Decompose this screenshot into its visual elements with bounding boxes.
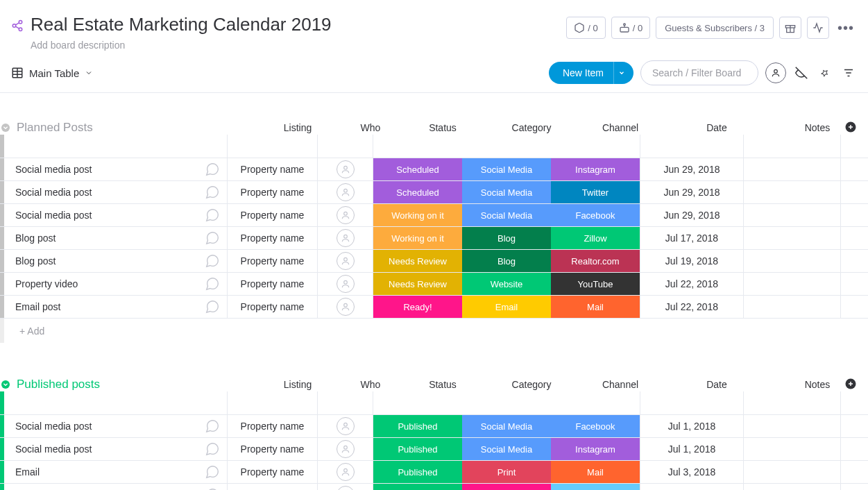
cell-date[interactable]: Jul 1, 2018 (640, 415, 744, 437)
cell-name[interactable]: Social media post (4, 484, 228, 490)
cell-channel[interactable]: Facebook (551, 204, 640, 226)
cell-notes empty[interactable] (744, 391, 841, 414)
cell-who empty[interactable] (318, 135, 373, 158)
board-description[interactable]: Add board description (31, 40, 332, 51)
cell-date[interactable]: Jun 29, 2018 (640, 204, 744, 226)
collapse-icon[interactable] (0, 122, 11, 135)
cell-name empty[interactable] (4, 135, 228, 158)
col-category[interactable]: Category (487, 379, 576, 390)
cell-listing[interactable]: Property name (228, 227, 318, 249)
cell-status[interactable]: Scheduled (373, 158, 462, 180)
cell-listing[interactable]: Property name (228, 484, 318, 490)
cell-channel[interactable]: Zillow (551, 484, 640, 490)
cell-status[interactable]: Published (373, 461, 462, 483)
col-channel[interactable]: Channel (576, 379, 665, 390)
cell-who[interactable] (318, 484, 373, 490)
chat-icon[interactable] (205, 208, 220, 225)
cell-name[interactable]: Social media post (4, 158, 228, 180)
cell-name[interactable]: Social media post (4, 415, 228, 437)
more-icon[interactable]: ••• (835, 17, 857, 39)
chat-icon[interactable] (205, 185, 220, 202)
cell-status[interactable]: Ready! (373, 296, 462, 318)
col-status[interactable]: Status (398, 379, 487, 390)
new-item-button[interactable]: New Item (549, 62, 633, 84)
cell-date[interactable]: Jun 29, 2018 (640, 158, 744, 180)
cell-channel[interactable]: Instagram (551, 438, 640, 460)
cell-status[interactable]: Published (373, 484, 462, 490)
share-icon[interactable] (11, 19, 24, 34)
chat-icon[interactable] (205, 299, 220, 316)
cell-category[interactable]: Social Media (462, 204, 551, 226)
cell-channel empty[interactable] (551, 135, 640, 158)
cell-category[interactable]: Social Media (462, 158, 551, 180)
cell-status[interactable]: Published (373, 438, 462, 460)
cell-listing[interactable]: Property name (228, 296, 318, 318)
cell-listing[interactable]: Property name (228, 158, 318, 180)
integrations-btn[interactable]: / 0 (566, 17, 605, 39)
cell-category empty[interactable] (462, 391, 551, 414)
col-listing[interactable]: Listing (253, 122, 343, 133)
eye-off-icon[interactable] (793, 65, 810, 81)
cell-date[interactable]: Jul 3, 2018 (640, 461, 744, 483)
cell-date[interactable]: Jul 17, 2018 (640, 227, 744, 249)
cell-date empty[interactable] (640, 135, 744, 158)
col-status[interactable]: Status (398, 122, 487, 133)
cell-category[interactable]: Blog (462, 250, 551, 272)
cell-notes[interactable] (744, 484, 841, 490)
activity-icon[interactable] (807, 17, 829, 39)
board-title[interactable]: Real Estate Marketing Calendar 2019 (31, 14, 332, 35)
cell-status empty[interactable] (373, 391, 462, 414)
cell-channel empty[interactable] (551, 391, 640, 414)
collapse-icon[interactable] (0, 379, 11, 392)
add-column-icon[interactable] (844, 121, 857, 135)
cell-notes[interactable] (744, 438, 841, 460)
cell-notes[interactable] (744, 204, 841, 226)
automations-btn[interactable]: / 0 (611, 17, 650, 39)
group-title[interactable]: Published posts (17, 378, 253, 391)
chat-icon[interactable] (205, 276, 220, 294)
cell-category[interactable]: Website (462, 273, 551, 295)
cell-name[interactable]: Email post (4, 296, 228, 318)
chat-icon[interactable] (205, 441, 220, 459)
cell-notes[interactable] (744, 227, 841, 249)
cell-category[interactable]: Open House (462, 484, 551, 490)
pin-icon[interactable] (817, 65, 833, 81)
chat-icon[interactable] (205, 464, 220, 482)
cell-name[interactable]: Social media post (4, 438, 228, 460)
cell-notes[interactable] (744, 181, 841, 203)
cell-category[interactable]: Social Media (462, 415, 551, 437)
cell-status[interactable]: Published (373, 415, 462, 437)
col-date[interactable]: Date (665, 379, 769, 390)
cell-notes[interactable] (744, 415, 841, 437)
cell-status[interactable]: Needs Review (373, 273, 462, 295)
col-category[interactable]: Category (487, 122, 576, 133)
col-date[interactable]: Date (665, 122, 769, 133)
cell-who[interactable] (318, 438, 373, 460)
cell-listing empty[interactable] (228, 391, 318, 414)
cell-channel[interactable]: Facebook (551, 415, 640, 437)
cell-notes[interactable] (744, 296, 841, 318)
cell-listing[interactable]: Property name (228, 438, 318, 460)
add-column-icon[interactable] (844, 378, 857, 392)
view-select[interactable]: Main Table (11, 67, 93, 79)
cell-who[interactable] (318, 296, 373, 318)
group-title[interactable]: Planned Posts (17, 121, 253, 135)
cell-category[interactable]: Social Media (462, 438, 551, 460)
cell-category[interactable]: Social Media (462, 181, 551, 203)
cell-notes[interactable] (744, 273, 841, 295)
chat-icon[interactable] (205, 253, 220, 271)
cell-date[interactable]: Jul 22, 2018 (640, 296, 744, 318)
cell-status empty[interactable] (373, 135, 462, 158)
cell-channel[interactable]: Mail (551, 296, 640, 318)
cell-who[interactable] (318, 181, 373, 203)
chat-icon[interactable] (205, 162, 220, 179)
cell-category[interactable]: Blog (462, 227, 551, 249)
chat-icon[interactable] (205, 419, 220, 436)
cell-channel[interactable]: YouTube (551, 273, 640, 295)
cell-listing[interactable]: Property name (228, 461, 318, 483)
cell-status[interactable]: Working on it (373, 227, 462, 249)
cell-date[interactable]: Jul 4, 2018 (640, 484, 744, 490)
col-listing[interactable]: Listing (253, 379, 343, 390)
cell-status[interactable]: Scheduled (373, 181, 462, 203)
cell-notes empty[interactable] (744, 135, 841, 158)
